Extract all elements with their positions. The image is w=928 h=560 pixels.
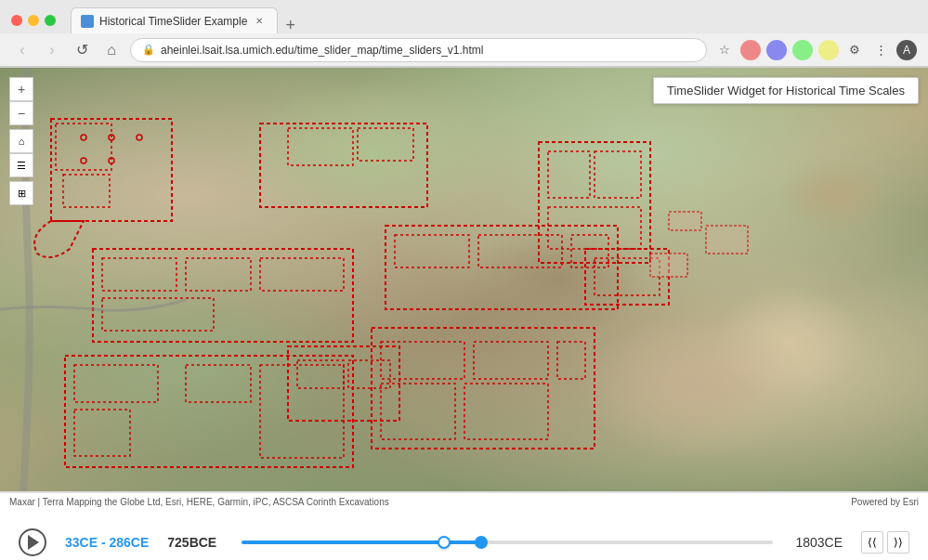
- puzzle-icon[interactable]: ⚙: [844, 40, 865, 60]
- tab-title: Historical TimeSlider Example: [99, 15, 247, 28]
- tab-bar: Historical TimeSlider Example ✕ +: [71, 7, 917, 33]
- extension-icon-4[interactable]: [818, 40, 839, 60]
- url-text: aheinlei.lsait.lsa.umich.edu/time_slider…: [161, 44, 695, 57]
- list-button[interactable]: ☰: [9, 153, 33, 177]
- slider-panel: Maxar | Terra Mapping the Globe Ltd, Esr…: [0, 491, 928, 560]
- tab-close-button[interactable]: ✕: [253, 15, 266, 28]
- toolbar-icons: ☆ ⚙ ⋮ A: [714, 40, 917, 60]
- zoom-out-button[interactable]: −: [9, 101, 33, 125]
- menu-icon[interactable]: ⋮: [870, 40, 891, 60]
- home-icon: ⌂: [107, 42, 116, 59]
- maximize-window-button[interactable]: [45, 15, 56, 26]
- forward-button[interactable]: ›: [41, 39, 63, 61]
- tab-favicon: [81, 15, 94, 28]
- title-bar: Historical TimeSlider Example ✕ +: [0, 0, 928, 33]
- address-bar[interactable]: 🔒 aheinlei.lsait.lsa.umich.edu/time_slid…: [130, 38, 707, 62]
- refresh-button[interactable]: ↺: [71, 39, 93, 61]
- close-window-button[interactable]: [11, 15, 22, 26]
- minimize-window-button[interactable]: [28, 15, 39, 26]
- extension-icon-3[interactable]: [792, 40, 813, 60]
- slider-main-row: 33CE - 286CE 725BCE 1803CE ⟨⟨ ⟩⟩: [0, 511, 928, 560]
- map-widget-title: TimeSlider Widget for Historical Time Sc…: [653, 77, 919, 104]
- home-button[interactable]: ⌂: [100, 39, 123, 61]
- slider-thumb-left[interactable]: [438, 536, 451, 549]
- window-controls: [11, 15, 56, 26]
- time-prev-button[interactable]: ⟨⟨: [861, 531, 883, 553]
- play-icon: [28, 535, 39, 550]
- slider-thumb-right[interactable]: [475, 536, 488, 549]
- map-controls: + − ⌂ ☰ ⊞: [9, 77, 33, 205]
- browser-chrome: Historical TimeSlider Example ✕ + ‹ › ↺ …: [0, 0, 928, 68]
- attribution-text: Maxar | Terra Mapping the Globe Ltd, Esr…: [9, 497, 389, 507]
- zoom-out-icon: −: [18, 106, 25, 121]
- extension-icon-2[interactable]: [766, 40, 787, 60]
- active-tab[interactable]: Historical TimeSlider Example ✕: [71, 7, 278, 33]
- slider-track[interactable]: [242, 540, 773, 544]
- slider-track-container[interactable]: [242, 540, 773, 544]
- profile-icon[interactable]: A: [896, 40, 917, 60]
- zoom-in-icon: +: [18, 82, 25, 97]
- address-bar-row: ‹ › ↺ ⌂ 🔒 aheinlei.lsait.lsa.umich.edu/t…: [0, 33, 928, 67]
- esri-powered-by: Powered by Esri: [851, 497, 919, 507]
- zoom-in-button[interactable]: +: [9, 77, 33, 101]
- map-container[interactable]: + − ⌂ ☰ ⊞ TimeSlider Widget for Historic…: [0, 68, 928, 491]
- current-range-label: 33CE - 286CE: [65, 535, 149, 550]
- back-icon: ‹: [20, 42, 24, 59]
- play-button[interactable]: [19, 528, 46, 556]
- home-map-button[interactable]: ⌂: [9, 129, 33, 153]
- forward-icon: ›: [49, 42, 54, 59]
- grid-button[interactable]: ⊞: [9, 181, 33, 205]
- back-button[interactable]: ‹: [11, 39, 33, 61]
- lock-icon: 🔒: [142, 44, 155, 56]
- end-date-label: 1803CE: [791, 535, 843, 550]
- time-next-button[interactable]: ⟩⟩: [887, 531, 909, 553]
- attribution-bar: Maxar | Terra Mapping the Globe Ltd, Esr…: [0, 492, 928, 511]
- time-navigation: ⟨⟨ ⟩⟩: [861, 531, 909, 553]
- bookmark-icon[interactable]: ☆: [714, 40, 735, 60]
- refresh-icon: ↺: [76, 41, 88, 59]
- extension-icon-1[interactable]: [740, 40, 761, 60]
- map-background: [0, 68, 928, 491]
- current-year-label: 725BCE: [167, 535, 223, 550]
- new-tab-button[interactable]: +: [278, 17, 303, 33]
